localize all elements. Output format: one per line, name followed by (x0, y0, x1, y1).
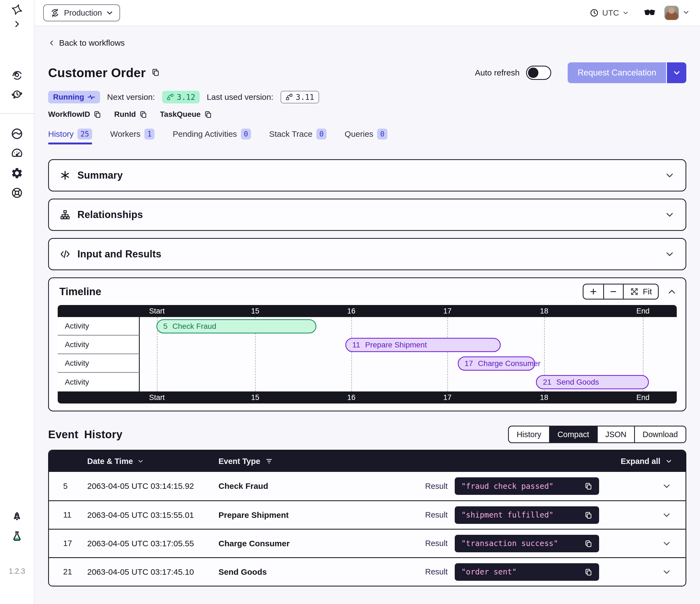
workflow-id-copy[interactable]: WorkflowID (48, 110, 101, 119)
section-title: Summary (77, 170, 123, 181)
result-value: "transaction success" (461, 539, 558, 548)
view-history-button[interactable]: History (509, 427, 549, 442)
copy-icon (139, 110, 147, 118)
fit-expand-icon (630, 287, 639, 296)
event-row[interactable]: 11 2063-04-05 UTC 03:15:55.01 Prepare Sh… (49, 500, 685, 529)
rocket-icon[interactable] (11, 511, 23, 523)
relationships-section[interactable]: Relationships (48, 199, 686, 231)
copy-icon[interactable] (584, 568, 593, 576)
loops-icon[interactable] (11, 127, 23, 140)
temporal-logo-icon[interactable] (11, 3, 23, 16)
summary-section[interactable]: Summary (48, 159, 686, 192)
event-type: Prepare Shipment (219, 510, 289, 520)
filter-icon[interactable] (265, 457, 273, 465)
request-cancelation-menu-button[interactable] (666, 63, 686, 83)
app-version: 1.2.3 (9, 567, 25, 576)
event-row[interactable]: 5 2063-04-05 UTC 03:14:15.92 Check Fraud… (49, 472, 685, 500)
result-value: "fraud check passed" (461, 482, 553, 491)
result-label: Result (425, 510, 448, 520)
zoom-out-button[interactable] (603, 285, 623, 299)
expand-row-chevron-icon[interactable] (662, 481, 671, 491)
copy-icon[interactable] (584, 539, 593, 548)
task-queue-copy[interactable]: TaskQueue (160, 110, 212, 119)
result-value-chip[interactable]: "shipment fulfilled" (455, 506, 599, 524)
timeline-bar-charge-consumer[interactable]: 17Charge Consumer (458, 357, 535, 371)
settings-gear-icon[interactable] (11, 167, 23, 179)
run-id-copy[interactable]: RunId (114, 110, 147, 119)
copy-icon[interactable] (584, 482, 593, 490)
event-datetime: 2063-04-05 UTC 03:15:55.01 (87, 510, 219, 520)
user-avatar[interactable] (665, 6, 679, 20)
timeline-axis-top: Start 15 16 17 18 End (58, 305, 677, 317)
tab-pending-activities[interactable]: Pending Activities0 (173, 128, 251, 144)
auto-refresh-toggle[interactable] (526, 66, 551, 80)
tab-queries[interactable]: Queries0 (345, 128, 388, 144)
event-history-view-switcher: History Compact JSON Download (508, 426, 686, 443)
timeline-bar-check-fraud[interactable]: 5Check Fraud (156, 319, 316, 334)
auto-refresh-label: Auto refresh (475, 68, 520, 77)
back-to-workflows-link[interactable]: Back to workflows (48, 38, 125, 48)
input-results-section[interactable]: Input and Results (48, 238, 686, 270)
chevron-down-icon (622, 9, 629, 16)
expand-row-chevron-icon[interactable] (662, 567, 671, 577)
axis-tick: End (636, 307, 649, 315)
environment-selector[interactable]: Production (43, 4, 120, 21)
timeline-zoom-controls: Fit (583, 284, 659, 299)
tab-count-badge: 0 (377, 128, 388, 140)
tab-workers[interactable]: Workers1 (110, 128, 155, 144)
topbar: Production UTC (34, 0, 700, 26)
timeline-collapse-chevron-icon[interactable] (667, 287, 677, 296)
axis-tick: 15 (251, 393, 259, 402)
timeline-bar-prepare-shipment[interactable]: 11Prepare Shipment (345, 338, 501, 352)
result-label: Result (425, 567, 448, 576)
chevron-down-icon[interactable] (665, 249, 675, 259)
dev-mode-glasses-icon[interactable] (644, 9, 656, 17)
result-value: "shipment fulfilled" (461, 510, 553, 520)
usage-gauge-icon[interactable] (11, 147, 23, 160)
expand-row-chevron-icon[interactable] (662, 510, 671, 520)
axis-tick: Start (149, 393, 165, 402)
fit-button[interactable]: Fit (623, 285, 658, 299)
schedules-icon[interactable] (11, 89, 23, 101)
event-history-table: Date & Time Event Type Expand all 5 2063… (48, 450, 686, 586)
branch-icon (167, 93, 174, 101)
timeline-row-label: Activity (58, 336, 140, 354)
column-date-time[interactable]: Date & Time (87, 457, 219, 466)
event-datetime: 2063-04-05 UTC 03:17:45.10 (87, 567, 219, 577)
timeline-section: Timeline Fit (48, 277, 686, 411)
copy-title-icon[interactable] (151, 68, 160, 78)
result-value-chip[interactable]: "order sent" (455, 563, 599, 581)
event-id: 11 (49, 510, 87, 520)
timeline-bar-send-goods[interactable]: 21Send Goods (536, 375, 649, 389)
copy-icon[interactable] (584, 511, 593, 519)
clock-icon (590, 8, 599, 18)
tab-history[interactable]: History25 (48, 128, 92, 144)
chevron-left-icon (48, 40, 55, 47)
timeline-axis-bottom: Start 15 16 17 18 End (58, 391, 677, 404)
user-menu-chevron-icon[interactable] (682, 9, 690, 17)
timezone-selector[interactable]: UTC (590, 8, 629, 18)
event-id: 21 (49, 567, 87, 576)
event-row[interactable]: 17 2063-04-05 UTC 03:17:05.55 Charge Con… (49, 529, 685, 557)
column-event-type[interactable]: Event Type (219, 457, 273, 466)
tab-count-badge: 0 (241, 128, 251, 140)
result-value-chip[interactable]: "transaction success" (455, 535, 599, 552)
expand-row-chevron-icon[interactable] (662, 539, 671, 548)
request-cancelation-button[interactable]: Request Cancelation (568, 63, 666, 83)
tab-stack-trace[interactable]: Stack Trace0 (269, 128, 326, 144)
chevron-down-icon[interactable] (665, 170, 675, 180)
view-json-button[interactable]: JSON (597, 427, 634, 442)
event-row[interactable]: 21 2063-04-05 UTC 03:17:45.10 Send Goods… (49, 557, 685, 586)
expand-rail-icon[interactable] (12, 20, 21, 28)
view-compact-button[interactable]: Compact (549, 427, 597, 442)
download-button[interactable]: Download (634, 427, 685, 442)
zoom-in-button[interactable] (583, 285, 603, 299)
labs-flask-icon[interactable] (11, 530, 23, 542)
namespace-icon[interactable] (11, 69, 23, 81)
result-value: "order sent" (461, 567, 517, 576)
result-value-chip[interactable]: "fraud check passed" (455, 477, 599, 495)
chevron-down-icon[interactable] (665, 210, 675, 220)
back-label: Back to workflows (59, 38, 125, 48)
support-icon[interactable] (11, 187, 23, 199)
expand-all-button[interactable]: Expand all (621, 457, 672, 466)
